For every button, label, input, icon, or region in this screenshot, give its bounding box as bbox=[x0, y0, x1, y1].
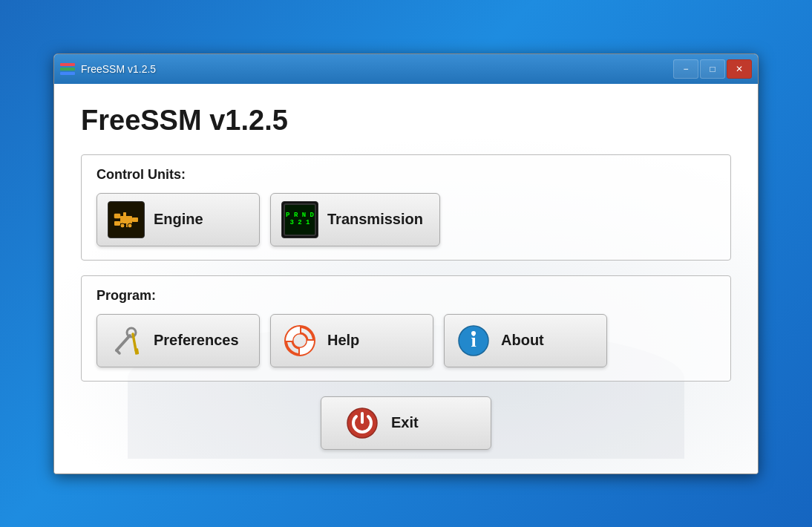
titlebar-title: FreeSSM v1.2.5 bbox=[81, 63, 673, 75]
main-content: FreeSSM v1.2.5 Control Units: bbox=[54, 84, 758, 474]
engine-icon bbox=[108, 201, 145, 238]
control-units-buttons: Engine P R N D3 2 1 Transmission bbox=[96, 193, 716, 246]
svg-line-12 bbox=[117, 350, 119, 353]
preferences-button-label: Preferences bbox=[154, 332, 239, 349]
control-units-group: Control Units: bbox=[81, 154, 731, 261]
svg-rect-2 bbox=[120, 216, 132, 223]
svg-rect-0 bbox=[114, 214, 120, 218]
svg-point-7 bbox=[128, 223, 132, 228]
app-icon bbox=[60, 63, 75, 75]
preferences-button[interactable]: Preferences bbox=[96, 314, 260, 367]
exit-icon bbox=[344, 405, 381, 442]
exit-button[interactable]: Exit bbox=[321, 396, 491, 450]
about-button-label: About bbox=[501, 332, 544, 349]
engine-button-label: Engine bbox=[154, 211, 203, 228]
control-units-label: Control Units: bbox=[96, 167, 716, 183]
preferences-icon bbox=[108, 322, 145, 359]
svg-line-10 bbox=[133, 334, 136, 350]
about-icon: i bbox=[455, 322, 492, 359]
help-button[interactable]: Help bbox=[270, 314, 433, 367]
svg-line-8 bbox=[117, 335, 130, 350]
svg-rect-1 bbox=[114, 221, 120, 226]
program-label: Program: bbox=[96, 288, 716, 304]
help-icon bbox=[281, 322, 318, 359]
maximize-button[interactable]: □ bbox=[700, 59, 725, 79]
transmission-button-label: Transmission bbox=[327, 211, 423, 228]
titlebar: FreeSSM v1.2.5 − □ ✕ bbox=[54, 54, 758, 84]
svg-point-21 bbox=[471, 331, 476, 335]
program-buttons: Preferences bbox=[96, 314, 716, 367]
close-button[interactable]: ✕ bbox=[727, 59, 752, 79]
titlebar-controls: − □ ✕ bbox=[673, 59, 752, 79]
minimize-button[interactable]: − bbox=[673, 59, 698, 79]
app-title: FreeSSM v1.2.5 bbox=[81, 105, 731, 137]
svg-rect-3 bbox=[132, 217, 138, 222]
svg-point-14 bbox=[292, 333, 307, 348]
program-group: Program: bbox=[81, 275, 731, 382]
transmission-icon: P R N D3 2 1 bbox=[281, 201, 318, 238]
svg-rect-11 bbox=[134, 348, 139, 355]
help-button-label: Help bbox=[327, 332, 359, 349]
engine-button[interactable]: Engine bbox=[96, 193, 260, 246]
exit-row: Exit bbox=[81, 396, 731, 450]
transmission-button[interactable]: P R N D3 2 1 Transmission bbox=[270, 193, 440, 246]
main-window: FreeSSM v1.2.5 − □ ✕ FreeSSM v1.2.5 Cont… bbox=[53, 53, 759, 474]
svg-rect-4 bbox=[123, 212, 126, 216]
exit-button-label: Exit bbox=[391, 414, 419, 431]
svg-point-6 bbox=[120, 223, 125, 228]
svg-point-9 bbox=[127, 328, 136, 337]
about-button[interactable]: i About bbox=[444, 314, 607, 367]
